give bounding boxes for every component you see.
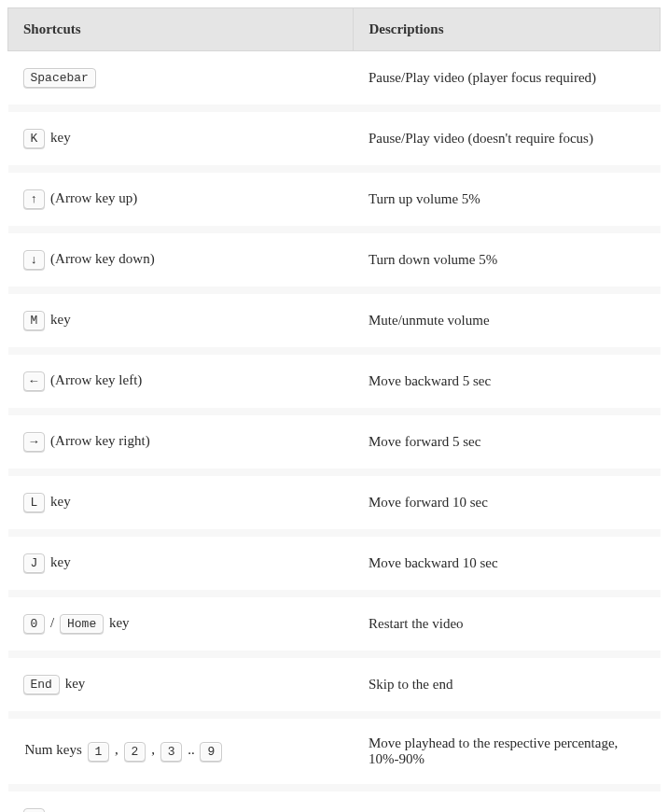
key-cap: Home	[60, 614, 104, 634]
shortcut-text: Num keys	[23, 742, 88, 757]
shortcut-text: ,	[109, 742, 123, 757]
shortcut-text: /	[45, 615, 60, 630]
shortcut-text: key	[45, 494, 72, 509]
shortcut-cell: Spacebar	[8, 51, 354, 109]
table-row: → (Arrow key right)Move forward 5 sec	[8, 412, 661, 472]
shortcut-text: ..	[182, 742, 200, 757]
table-row: ← (Arrow key left)Move backward 5 sec	[8, 351, 661, 412]
header-shortcuts: Shortcuts	[8, 8, 354, 51]
key-cap: ←	[23, 371, 46, 391]
table-row: SpacebarPause/Play video (player focus r…	[8, 51, 661, 109]
shortcut-text: (Arrow key right)	[45, 433, 151, 448]
shortcut-text: key	[45, 312, 72, 327]
table-row: J keyMove backward 10 sec	[8, 533, 661, 594]
table-row: 0 / Home keyRestart the video	[8, 594, 661, 654]
shortcut-text: key	[45, 554, 72, 569]
table-row: F keyEnter or exit full screen	[8, 788, 661, 812]
shortcut-cell: 0 / Home key	[8, 594, 354, 654]
description-cell: Move forward 5 sec	[354, 412, 661, 472]
description-cell: Move playhead to the respective percenta…	[354, 715, 661, 788]
description-cell: Move backward 5 sec	[354, 351, 661, 412]
description-cell: Turn up volume 5%	[354, 169, 661, 230]
shortcut-cell: ← (Arrow key left)	[8, 351, 354, 412]
shortcut-cell: ↑ (Arrow key up)	[8, 169, 354, 230]
table-row: ↓ (Arrow key down)Turn down volume 5%	[8, 230, 661, 290]
shortcut-text: (Arrow key left)	[45, 372, 144, 387]
table-row: M keyMute/unmute volume	[8, 290, 661, 351]
shortcut-cell: L key	[8, 472, 354, 533]
key-cap: K	[23, 129, 46, 148]
shortcut-cell: Num keys 1 , 2 , 3 .. 9	[8, 715, 354, 788]
key-cap: 0	[23, 614, 46, 634]
key-cap: 2	[124, 742, 146, 762]
shortcut-cell: K key	[8, 108, 354, 169]
table-row: K keyPause/Play video (doesn't require f…	[8, 108, 661, 169]
shortcut-text: key	[104, 615, 131, 630]
shortcut-text: ,	[146, 742, 160, 757]
key-cap: M	[23, 311, 46, 330]
description-cell: Turn down volume 5%	[354, 230, 661, 290]
table-row: Num keys 1 , 2 , 3 .. 9Move playhead to …	[8, 715, 661, 788]
key-cap: 3	[160, 742, 183, 762]
description-cell: Enter or exit full screen	[354, 788, 661, 812]
description-cell: Pause/Play video (player focus required)	[354, 51, 661, 109]
shortcut-cell: M key	[8, 290, 354, 351]
key-cap: →	[23, 432, 46, 452]
description-cell: Restart the video	[354, 594, 661, 654]
key-cap: 1	[88, 742, 110, 762]
description-cell: Move backward 10 sec	[354, 533, 661, 594]
table-header-row: Shortcuts Descriptions	[8, 8, 661, 51]
table-row: ↑ (Arrow key up)Turn up volume 5%	[8, 169, 661, 230]
description-cell: Mute/unmute volume	[354, 290, 661, 351]
shortcut-text: key	[60, 676, 87, 691]
shortcut-cell: F key	[8, 788, 354, 812]
shortcut-cell: End key	[8, 654, 354, 715]
key-cap: J	[23, 553, 46, 573]
shortcut-text: (Arrow key up)	[45, 190, 139, 205]
header-descriptions: Descriptions	[354, 8, 661, 51]
shortcut-cell: → (Arrow key right)	[8, 412, 354, 472]
description-cell: Move forward 10 sec	[354, 472, 661, 533]
table-row: L keyMove forward 10 sec	[8, 472, 661, 533]
shortcut-cell: ↓ (Arrow key down)	[8, 230, 354, 290]
shortcuts-table: Shortcuts Descriptions SpacebarPause/Pla…	[7, 7, 661, 812]
shortcut-text: (Arrow key down)	[45, 251, 156, 266]
key-cap: F	[23, 808, 46, 812]
key-cap: ↑	[23, 189, 46, 209]
shortcut-cell: J key	[8, 533, 354, 594]
description-cell: Pause/Play video (doesn't require focus)	[354, 108, 661, 169]
key-cap: ↓	[23, 250, 46, 270]
key-cap: 9	[200, 742, 222, 762]
shortcut-text: key	[45, 130, 72, 145]
table-row: End keySkip to the end	[8, 654, 661, 715]
description-cell: Skip to the end	[354, 654, 661, 715]
key-cap: Spacebar	[23, 68, 96, 88]
key-cap: End	[23, 675, 60, 694]
key-cap: L	[23, 493, 46, 512]
